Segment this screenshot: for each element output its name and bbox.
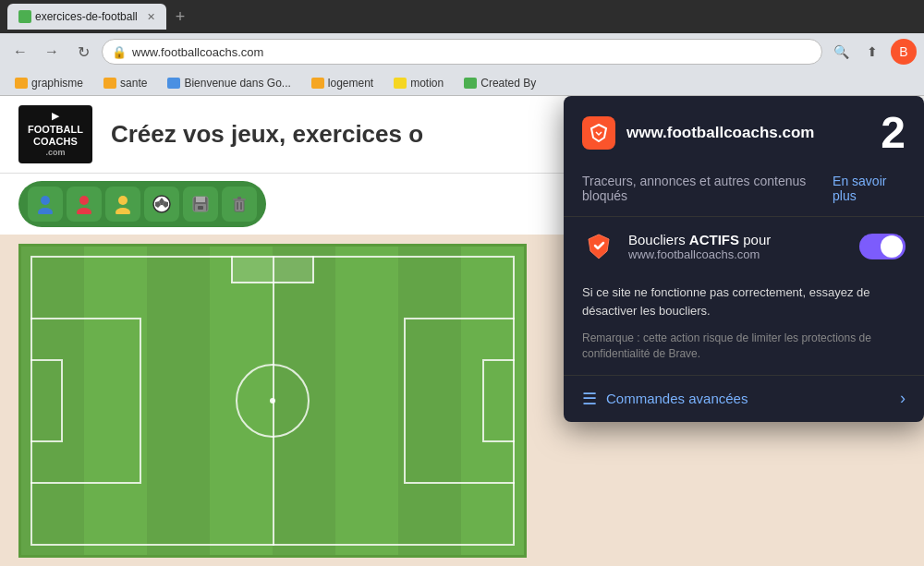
active-tab[interactable]: exercices-de-football ✕	[7, 4, 166, 30]
svg-point-0	[41, 196, 50, 205]
brave-logo-icon	[590, 124, 608, 142]
bookmark-label: graphisme	[31, 77, 83, 90]
person-icon	[113, 194, 133, 214]
bookmark-label: Created By	[480, 77, 536, 90]
folder-icon	[464, 78, 477, 89]
right-goal	[482, 359, 515, 442]
list-icon: ☰	[582, 389, 597, 409]
logo-line2: COACHS	[28, 136, 83, 148]
brave-shield-popup: www.footballcoachs.com 2 Traceurs, annon…	[564, 96, 924, 422]
page-content: ▶ FOOTBALL COACHS .com Créez vos jeux, e…	[0, 96, 924, 566]
url-bar[interactable]: 🔒 www.footballcoachs.com	[102, 39, 822, 65]
shield-toggle[interactable]	[859, 234, 906, 259]
popup-warning-note: Remarque : cette action risque de limite…	[564, 327, 924, 375]
learn-more-link[interactable]: En savoir plus	[833, 174, 906, 203]
tab-close-icon[interactable]: ✕	[147, 11, 155, 23]
svg-rect-11	[196, 197, 205, 202]
forward-button[interactable]: →	[39, 39, 65, 65]
blue-player-button[interactable]	[28, 187, 63, 222]
brave-logo	[582, 116, 615, 150]
svg-point-1	[38, 208, 53, 214]
shield-toggle-row: Boucliers ACTIFS pour www.footballcoachs…	[564, 217, 924, 276]
trackers-text: Traceurs, annonces et autres contenus bl…	[582, 174, 827, 203]
svg-rect-14	[235, 200, 244, 211]
site-logo: ▶ FOOTBALL COACHS .com	[18, 105, 92, 163]
back-button[interactable]: ←	[7, 39, 33, 65]
brave-icon[interactable]: B	[891, 39, 917, 65]
svg-point-5	[116, 208, 130, 214]
left-goal	[30, 359, 63, 442]
delete-button[interactable]	[222, 187, 257, 222]
folder-icon	[103, 78, 116, 89]
svg-point-2	[79, 196, 89, 205]
folder-icon	[15, 78, 28, 89]
svg-rect-13	[198, 206, 203, 210]
bookmark-graphisme[interactable]: graphisme	[7, 75, 91, 91]
shield-title-prefix: Boucliers	[628, 232, 689, 247]
advanced-commands-row[interactable]: ☰ Commandes avancées ›	[564, 376, 924, 422]
top-goal-area	[231, 256, 314, 283]
tab-favicon	[18, 10, 31, 23]
bookmark-sante[interactable]: sante	[96, 75, 154, 91]
share-icon[interactable]: ⬆	[859, 39, 885, 65]
bookmark-created-by[interactable]: Created By	[456, 75, 543, 91]
toggle-knob	[881, 235, 903, 258]
shield-title: Boucliers ACTIFS pour	[628, 232, 846, 247]
trash-icon	[230, 195, 249, 213]
svg-point-4	[118, 196, 128, 205]
bookmark-bienvenue[interactable]: Bienvenue dans Go...	[160, 75, 298, 91]
folder-icon	[394, 78, 407, 89]
advanced-label: Commandes avancées	[606, 391, 891, 406]
save-icon	[191, 195, 210, 213]
url-text: www.footballcoachs.com	[132, 45, 263, 59]
shield-icon	[585, 233, 613, 260]
folder-icon	[311, 78, 324, 89]
folder-icon	[167, 78, 180, 89]
popup-domain: www.footballcoachs.com	[626, 124, 814, 142]
logo-play-icon: ▶	[28, 111, 83, 122]
chevron-down-icon: ›	[900, 389, 906, 408]
ball-icon	[152, 194, 172, 214]
football-pitch[interactable]	[18, 244, 527, 558]
shield-subtitle: www.footballcoachs.com	[628, 247, 846, 261]
site-title: Créez vos jeux, exercices o	[111, 120, 423, 149]
bookmark-label: sante	[120, 77, 147, 90]
toolbar-group	[18, 181, 266, 227]
save-button[interactable]	[183, 187, 218, 222]
tab-bar: exercices-de-football ✕ +	[0, 0, 924, 33]
nav-bar: ← → ↻ 🔒 www.footballcoachs.com 🔍 ⬆ B	[0, 33, 924, 70]
tab-title: exercices-de-football	[35, 10, 138, 23]
logo-line3: .com	[28, 148, 83, 158]
new-tab-button[interactable]: +	[168, 4, 193, 30]
person-icon	[35, 194, 55, 214]
bookmark-label: Bienvenue dans Go...	[184, 77, 290, 90]
shield-text-group: Boucliers ACTIFS pour www.footballcoachs…	[628, 232, 846, 261]
bookmark-logement[interactable]: logement	[304, 75, 381, 91]
bookmark-motion[interactable]: motion	[386, 75, 451, 91]
center-dot	[270, 398, 275, 403]
reload-button[interactable]: ↻	[70, 39, 96, 65]
shield-title-bold: ACTIFS	[689, 232, 739, 247]
svg-point-3	[77, 208, 91, 214]
shield-icon-wrap	[582, 230, 615, 263]
bookmark-label: logement	[328, 77, 373, 90]
trackers-info: Traceurs, annonces et autres contenus bl…	[564, 170, 924, 216]
popup-warning: Si ce site ne fonctionne pas correctemen…	[564, 276, 924, 327]
ball-button[interactable]	[144, 187, 179, 222]
pitch-lines	[21, 247, 524, 555]
yellow-player-button[interactable]	[105, 187, 140, 222]
shield-title-suffix: pour	[739, 232, 771, 247]
person-icon	[74, 194, 94, 214]
blocked-count: 2	[881, 111, 906, 155]
popup-header: www.footballcoachs.com 2	[564, 96, 924, 170]
red-player-button[interactable]	[67, 187, 102, 222]
bookmarks-bar: graphisme sante Bienvenue dans Go... log…	[0, 70, 924, 96]
logo-line1: FOOTBALL	[28, 124, 83, 136]
bookmark-label: motion	[410, 77, 444, 90]
svg-rect-16	[237, 197, 241, 199]
search-icon[interactable]: 🔍	[828, 39, 854, 65]
